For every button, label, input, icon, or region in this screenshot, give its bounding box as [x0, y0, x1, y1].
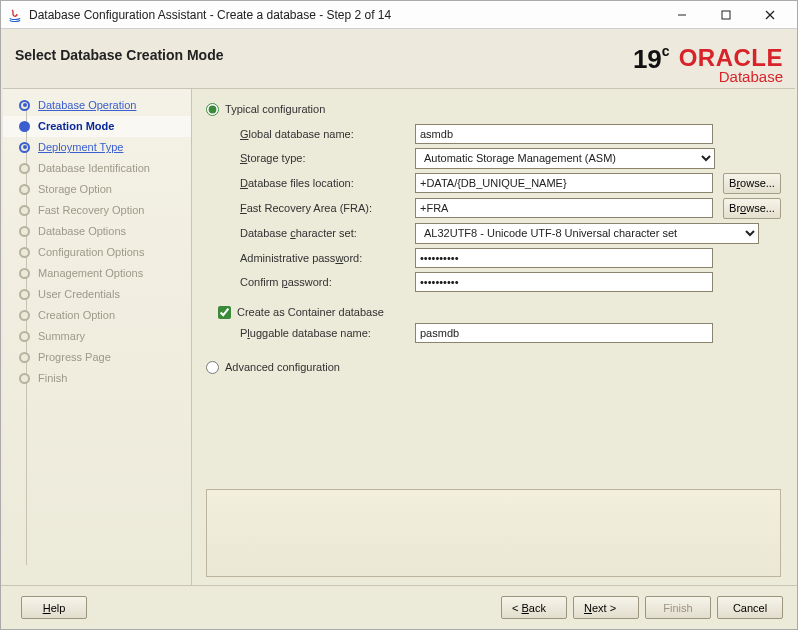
step-bullet-icon	[19, 289, 30, 300]
sidebar-item-management-options: Management Options	[3, 263, 191, 284]
sidebar-item-finish: Finish	[3, 368, 191, 389]
window-title: Database Configuration Assistant - Creat…	[29, 8, 661, 22]
confirm-password-label: Confirm password:	[240, 276, 415, 288]
global-db-input[interactable]	[415, 124, 713, 144]
page-title: Select Database Creation Mode	[15, 47, 224, 63]
java-icon	[7, 7, 23, 23]
step-bullet-icon	[19, 121, 30, 132]
step-bullet-icon	[19, 142, 30, 153]
chevron-left-icon: <	[512, 602, 518, 614]
sidebar-item-database-operation[interactable]: Database Operation	[3, 95, 191, 116]
chevron-right-icon: >	[610, 602, 616, 614]
step-bullet-icon	[19, 205, 30, 216]
confirm-password-input[interactable]	[415, 272, 713, 292]
footer: Help < Back Next > Finish Cancel	[1, 585, 797, 629]
finish-button: Finish	[645, 596, 711, 619]
wizard-sidebar: Database Operation Creation Mode Deploym…	[3, 89, 192, 585]
close-button[interactable]	[749, 4, 791, 26]
help-button[interactable]: Help	[21, 596, 87, 619]
message-area	[206, 489, 781, 577]
step-bullet-icon	[19, 268, 30, 279]
step-bullet-icon	[19, 373, 30, 384]
title-bar: Database Configuration Assistant - Creat…	[1, 1, 797, 29]
maximize-button[interactable]	[705, 4, 747, 26]
advanced-config-radio[interactable]	[206, 361, 219, 374]
step-bullet-icon	[19, 310, 30, 321]
sidebar-item-user-credentials: User Credentials	[3, 284, 191, 305]
storage-type-label: Storage type:	[240, 152, 415, 164]
container-db-checkbox[interactable]	[218, 306, 231, 319]
sidebar-item-creation-option: Creation Option	[3, 305, 191, 326]
step-bullet-icon	[19, 100, 30, 111]
files-location-label: Database files location:	[240, 177, 415, 189]
charset-label: Database character set:	[240, 227, 415, 239]
admin-password-label: Administrative password:	[240, 252, 415, 264]
back-button[interactable]: < Back	[501, 596, 567, 619]
step-bullet-icon	[19, 331, 30, 342]
files-location-browse-button[interactable]: Browse...	[723, 173, 781, 194]
step-bullet-icon	[19, 226, 30, 237]
step-bullet-icon	[19, 163, 30, 174]
container-db-label: Create as Container database	[237, 306, 384, 318]
step-bullet-icon	[19, 247, 30, 258]
sidebar-item-database-options: Database Options	[3, 221, 191, 242]
global-db-label: Global database name:	[240, 128, 415, 140]
sidebar-item-progress-page: Progress Page	[3, 347, 191, 368]
storage-type-select[interactable]: Automatic Storage Management (ASM)	[415, 148, 715, 169]
step-bullet-icon	[19, 352, 30, 363]
fra-browse-button[interactable]: Browse...	[723, 198, 781, 219]
files-location-input[interactable]	[415, 173, 713, 193]
admin-password-input[interactable]	[415, 248, 713, 268]
typical-config-radio[interactable]	[206, 103, 219, 116]
step-bullet-icon	[19, 184, 30, 195]
minimize-button[interactable]	[661, 4, 703, 26]
charset-select[interactable]: AL32UTF8 - Unicode UTF-8 Universal chara…	[415, 223, 759, 244]
sidebar-item-configuration-options: Configuration Options	[3, 242, 191, 263]
sidebar-item-creation-mode[interactable]: Creation Mode	[3, 116, 191, 137]
typical-config-label: TTypical configurationypical configurati…	[225, 103, 325, 115]
sidebar-item-deployment-type[interactable]: Deployment Type	[3, 137, 191, 158]
fra-input[interactable]	[415, 198, 713, 218]
fra-label: Fast Recovery Area (FRA):	[240, 202, 415, 214]
sidebar-item-summary: Summary	[3, 326, 191, 347]
sidebar-item-database-identification: Database Identification	[3, 158, 191, 179]
pdb-name-input[interactable]	[415, 323, 713, 343]
header: Select Database Creation Mode 19c ORACLE…	[1, 29, 797, 88]
advanced-config-label: Advanced configuration	[225, 361, 340, 373]
sidebar-item-fast-recovery-option: Fast Recovery Option	[3, 200, 191, 221]
cancel-button[interactable]: Cancel	[717, 596, 783, 619]
pdb-name-label: Pluggable database name:	[240, 327, 415, 339]
next-button[interactable]: Next >	[573, 596, 639, 619]
svg-rect-1	[722, 11, 730, 19]
sidebar-item-storage-option: Storage Option	[3, 179, 191, 200]
oracle-logo: 19c ORACLE Database	[633, 47, 783, 84]
form-panel: TTypical configurationypical configurati…	[192, 89, 795, 585]
